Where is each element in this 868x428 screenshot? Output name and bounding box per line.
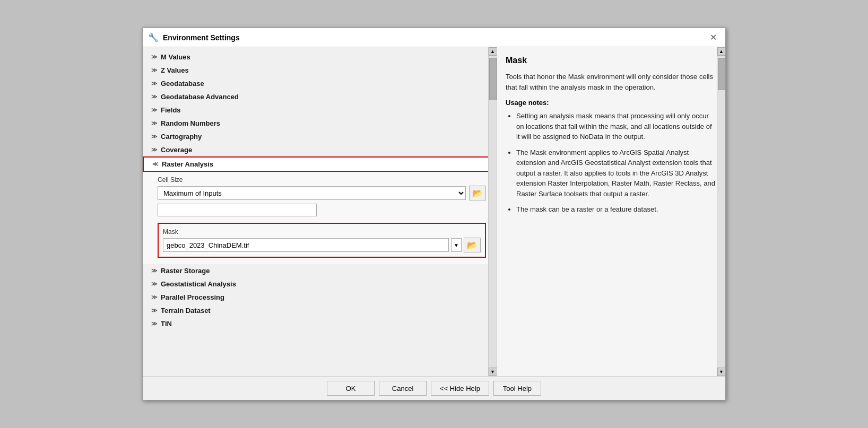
sidebar-item-random-numbers[interactable]: ≫ Random Numbers: [143, 117, 497, 130]
chevron-random-numbers: ≫: [151, 120, 158, 127]
sidebar-item-z-values[interactable]: ≫ Z Values: [143, 64, 497, 77]
scroll-down-arrow[interactable]: ▼: [489, 368, 497, 376]
sidebar-item-raster-analysis[interactable]: ≪ Raster Analysis: [143, 156, 497, 172]
sidebar-item-m-values[interactable]: ≫ M Values: [143, 50, 497, 64]
right-scrollbar[interactable]: ▲ ▼: [717, 47, 725, 376]
label-coverage: Coverage: [161, 146, 192, 154]
chevron-cartography: ≫: [151, 133, 158, 140]
label-fields: Fields: [161, 106, 181, 114]
help-bullet-1: Setting an analysis mask means that proc…: [516, 111, 717, 142]
cell-size-label: Cell Size: [158, 176, 486, 184]
chevron-raster-analysis: ≪: [152, 161, 159, 168]
chevron-parallel-processing: ≫: [151, 294, 158, 301]
chevron-geodatabase-advanced: ≫: [151, 93, 158, 100]
chevron-fields: ≫: [151, 107, 158, 113]
sidebar-item-geodatabase[interactable]: ≫ Geodatabase: [143, 77, 497, 90]
cell-size-dropdown[interactable]: Maximum of Inputs Minimum of Inputs As S…: [158, 186, 466, 200]
help-title: Mask: [506, 56, 717, 65]
main-content: ≫ M Values ≫ Z Values ≫ Geodatabase ≫ Ge…: [143, 47, 725, 376]
sidebar-item-geodatabase-advanced[interactable]: ≫ Geodatabase Advanced: [143, 90, 497, 103]
label-geodatabase: Geodatabase: [161, 80, 204, 88]
mask-section: Mask ▼ 📂: [158, 223, 486, 258]
right-scroll-thumb[interactable]: [718, 58, 725, 90]
right-panel: Mask Tools that honor the Mask environme…: [497, 47, 725, 376]
dialog-title: Environment Settings: [163, 33, 240, 42]
footer: OK Cancel << Hide Help Tool Help: [143, 376, 725, 400]
help-bullet-2: The Mask environment applies to ArcGIS S…: [516, 147, 717, 199]
mask-folder-icon: 📂: [467, 240, 478, 250]
sidebar-item-coverage[interactable]: ≫ Coverage: [143, 143, 497, 156]
left-scrollbar[interactable]: ▲ ▼: [488, 47, 497, 376]
chevron-geostatistical-analysis: ≫: [151, 281, 158, 287]
chevron-coverage: ≫: [151, 146, 158, 153]
hide-help-button[interactable]: << Hide Help: [431, 381, 489, 396]
left-panel: ≫ M Values ≫ Z Values ≫ Geodatabase ≫ Ge…: [143, 47, 497, 376]
mask-input[interactable]: [163, 238, 449, 252]
sidebar-item-fields[interactable]: ≫ Fields: [143, 103, 497, 117]
cell-size-browse-button[interactable]: 📂: [469, 186, 486, 200]
title-bar-left: 🔧 Environment Settings: [148, 32, 240, 42]
label-parallel-processing: Parallel Processing: [161, 293, 224, 301]
right-scroll-up[interactable]: ▲: [717, 47, 726, 56]
tool-help-button[interactable]: Tool Help: [493, 381, 541, 396]
sidebar-item-terrain-dataset[interactable]: ≫ Terrain Dataset: [143, 304, 497, 317]
sidebar-item-parallel-processing[interactable]: ≫ Parallel Processing: [143, 291, 497, 304]
mask-dropdown-button[interactable]: ▼: [451, 238, 462, 252]
help-usage-title: Usage notes:: [506, 99, 717, 107]
dialog-icon: 🔧: [148, 32, 159, 42]
mask-label: Mask: [163, 228, 481, 235]
right-scroll-down[interactable]: ▼: [717, 368, 726, 376]
label-geostatistical-analysis: Geostatistical Analysis: [161, 280, 236, 288]
label-cartography: Cartography: [161, 133, 202, 141]
label-raster-storage: Raster Storage: [161, 267, 210, 275]
chevron-z-values: ≫: [151, 67, 158, 74]
label-z-values: Z Values: [161, 66, 189, 74]
mask-browse-button[interactable]: 📂: [464, 238, 481, 252]
mask-row: ▼ 📂: [163, 238, 481, 252]
settings-list: ≫ M Values ≫ Z Values ≫ Geodatabase ≫ Ge…: [143, 47, 497, 376]
label-geodatabase-advanced: Geodatabase Advanced: [161, 93, 239, 101]
sidebar-item-cartography[interactable]: ≫ Cartography: [143, 130, 497, 143]
chevron-raster-storage: ≫: [151, 267, 158, 274]
chevron-m-values: ≫: [151, 54, 158, 60]
cancel-button[interactable]: Cancel: [379, 381, 427, 396]
sidebar-item-tin[interactable]: ≫ TIN: [143, 317, 497, 330]
sidebar-item-geostatistical-analysis[interactable]: ≫ Geostatistical Analysis: [143, 277, 497, 291]
ok-button[interactable]: OK: [327, 381, 375, 396]
label-tin: TIN: [161, 320, 172, 328]
cell-size-row: Maximum of Inputs Minimum of Inputs As S…: [158, 186, 486, 200]
label-random-numbers: Random Numbers: [161, 119, 220, 127]
help-bullet-3: The mask can be a raster or a feature da…: [516, 204, 717, 215]
folder-icon: 📂: [472, 188, 483, 198]
sidebar-item-raster-storage[interactable]: ≫ Raster Storage: [143, 264, 497, 277]
scroll-up-arrow[interactable]: ▲: [489, 47, 497, 56]
chevron-tin: ≫: [151, 320, 158, 327]
chevron-terrain-dataset: ≫: [151, 307, 158, 314]
environment-settings-dialog: 🔧 Environment Settings ✕ ≫ M Values ≫ Z …: [142, 28, 726, 400]
chevron-geodatabase: ≫: [151, 80, 158, 87]
label-terrain-dataset: Terrain Dataset: [161, 307, 211, 315]
scroll-thumb[interactable]: [489, 58, 497, 100]
title-bar: 🔧 Environment Settings ✕: [143, 28, 725, 47]
help-bullets-list: Setting an analysis mask means that proc…: [506, 111, 717, 215]
cell-size-input[interactable]: [158, 204, 317, 216]
raster-analysis-expanded: Cell Size Maximum of Inputs Minimum of I…: [143, 172, 497, 264]
label-raster-analysis: Raster Analysis: [162, 160, 213, 168]
close-button[interactable]: ✕: [707, 31, 720, 43]
help-intro: Tools that honor the Mask environment wi…: [506, 72, 717, 92]
label-m-values: M Values: [161, 53, 190, 61]
